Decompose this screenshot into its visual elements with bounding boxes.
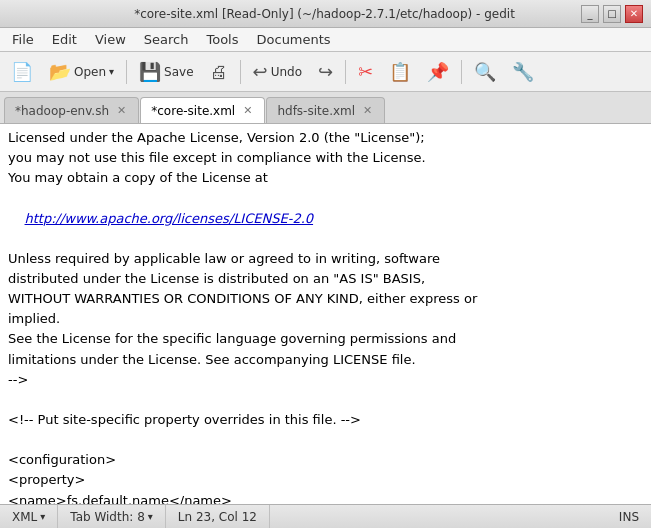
insert-mode: INS [619, 510, 639, 524]
redo-button[interactable]: ↪ [311, 56, 340, 88]
separator-3 [345, 60, 346, 84]
close-button[interactable]: ✕ [625, 5, 643, 23]
maximize-button[interactable]: □ [603, 5, 621, 23]
menu-bar: File Edit View Search Tools Documents [0, 28, 651, 52]
search-icon: 🔍 [474, 61, 496, 82]
tab-hdfs-site[interactable]: hdfs-site.xml ✕ [266, 97, 385, 123]
line-13: --> [8, 370, 643, 390]
menu-tools[interactable]: Tools [198, 30, 246, 49]
redo-icon: ↪ [318, 61, 333, 82]
tab-hadoop-env[interactable]: *hadoop-env.sh ✕ [4, 97, 139, 123]
tab-hadoop-env-label: *hadoop-env.sh [15, 104, 109, 118]
new-icon: 📄 [11, 61, 33, 82]
new-button[interactable]: 📄 [4, 56, 40, 88]
line-17: <configuration> [8, 450, 643, 470]
line-9: WITHOUT WARRANTIES OR CONDITIONS OF ANY … [8, 289, 643, 309]
tab-core-site[interactable]: *core-site.xml ✕ [140, 97, 265, 123]
search-button[interactable]: 🔍 [467, 56, 503, 88]
minimize-button[interactable]: _ [581, 5, 599, 23]
line-7: Unless required by applicable law or agr… [8, 249, 643, 269]
tab-bar: *hadoop-env.sh ✕ *core-site.xml ✕ hdfs-s… [0, 92, 651, 124]
line-19: <name>fs.default.name</name> [8, 491, 643, 504]
language-label: XML [12, 510, 37, 524]
cut-icon: ✂ [358, 61, 373, 82]
language-arrow: ▾ [40, 511, 45, 522]
open-button[interactable]: 📂 Open ▾ [42, 56, 121, 88]
open-icon: 📂 [49, 61, 71, 82]
line-11: See the License for the specific languag… [8, 329, 643, 349]
position-section: Ln 23, Col 12 [166, 505, 270, 528]
save-label: Save [164, 65, 193, 79]
print-button[interactable]: 🖨 [203, 56, 235, 88]
line-2: you may not use this file except in comp… [8, 148, 643, 168]
window-title: *core-site.xml [Read-Only] (~/hadoop-2.7… [68, 7, 581, 21]
line-16 [8, 430, 643, 450]
line-3: You may obtain a copy of the License at [8, 168, 643, 188]
separator-1 [126, 60, 127, 84]
editor-content[interactable]: Licensed under the Apache License, Versi… [0, 124, 651, 504]
open-arrow: ▾ [109, 66, 114, 77]
open-label: Open [74, 65, 106, 79]
line-6 [8, 229, 643, 249]
save-icon: 💾 [139, 61, 161, 82]
menu-edit[interactable]: Edit [44, 30, 85, 49]
window-controls: _ □ ✕ [581, 5, 643, 23]
line-15: <!-- Put site-specific property override… [8, 410, 643, 430]
replace-button[interactable]: 🔧 [505, 56, 541, 88]
line-18: <property> [8, 470, 643, 490]
undo-button[interactable]: ↩ Undo [246, 56, 309, 88]
save-button[interactable]: 💾 Save [132, 56, 200, 88]
print-icon: 🖨 [210, 61, 228, 82]
cut-button[interactable]: ✂ [351, 56, 380, 88]
tab-core-site-label: *core-site.xml [151, 104, 235, 118]
cursor-position: Ln 23, Col 12 [178, 510, 257, 524]
line-8: distributed under the License is distrib… [8, 269, 643, 289]
title-bar: *core-site.xml [Read-Only] (~/hadoop-2.7… [0, 0, 651, 28]
line-10: implied. [8, 309, 643, 329]
license-link[interactable]: http://www.apache.org/licenses/LICENSE-2… [25, 211, 314, 226]
tab-hdfs-site-label: hdfs-site.xml [277, 104, 355, 118]
separator-2 [240, 60, 241, 84]
tab-hdfs-site-close[interactable]: ✕ [361, 104, 374, 117]
undo-label: Undo [271, 65, 302, 79]
tab-hadoop-env-close[interactable]: ✕ [115, 104, 128, 117]
toolbar: 📄 📂 Open ▾ 💾 Save 🖨 ↩ Undo ↪ ✂ 📋 📌 🔍 [0, 52, 651, 92]
paste-icon: 📌 [427, 61, 449, 82]
menu-documents[interactable]: Documents [249, 30, 339, 49]
tab-width-label: Tab Width: 8 [70, 510, 144, 524]
copy-button[interactable]: 📋 [382, 56, 418, 88]
separator-4 [461, 60, 462, 84]
paste-button[interactable]: 📌 [420, 56, 456, 88]
line-4 [8, 188, 643, 208]
menu-file[interactable]: File [4, 30, 42, 49]
editor-area[interactable]: Licensed under the Apache License, Versi… [0, 124, 651, 504]
line-5: http://www.apache.org/licenses/LICENSE-2… [8, 209, 643, 229]
copy-icon: 📋 [389, 61, 411, 82]
status-bar: XML ▾ Tab Width: 8 ▾ Ln 23, Col 12 INS [0, 504, 651, 528]
line-12: limitations under the License. See accom… [8, 350, 643, 370]
language-section[interactable]: XML ▾ [8, 505, 58, 528]
ins-section: INS [607, 505, 643, 528]
undo-icon: ↩ [253, 61, 268, 82]
tab-core-site-close[interactable]: ✕ [241, 104, 254, 117]
replace-icon: 🔧 [512, 61, 534, 82]
tab-width-section[interactable]: Tab Width: 8 ▾ [58, 505, 166, 528]
tab-width-arrow: ▾ [148, 511, 153, 522]
line-1: Licensed under the Apache License, Versi… [8, 128, 643, 148]
menu-view[interactable]: View [87, 30, 134, 49]
menu-search[interactable]: Search [136, 30, 197, 49]
line-14 [8, 390, 643, 410]
